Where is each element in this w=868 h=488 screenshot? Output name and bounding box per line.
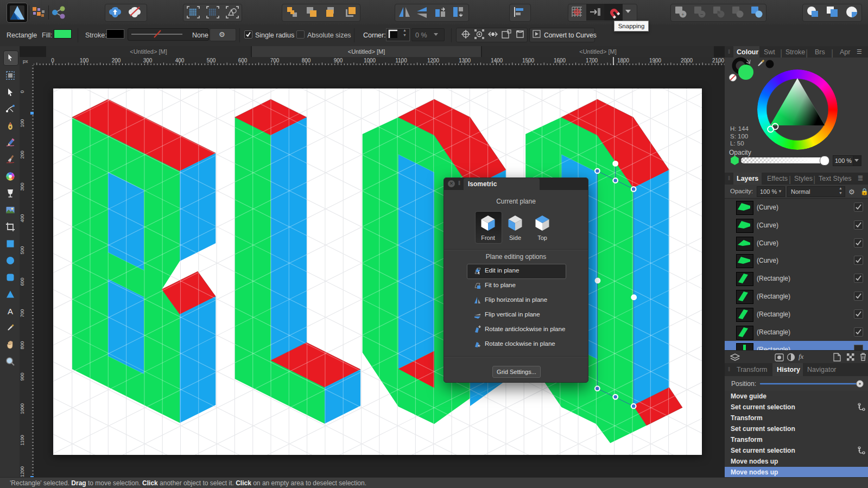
svg-text:+: + — [681, 12, 684, 17]
svg-text:−: − — [700, 11, 704, 17]
svg-text:A: A — [8, 307, 13, 316]
